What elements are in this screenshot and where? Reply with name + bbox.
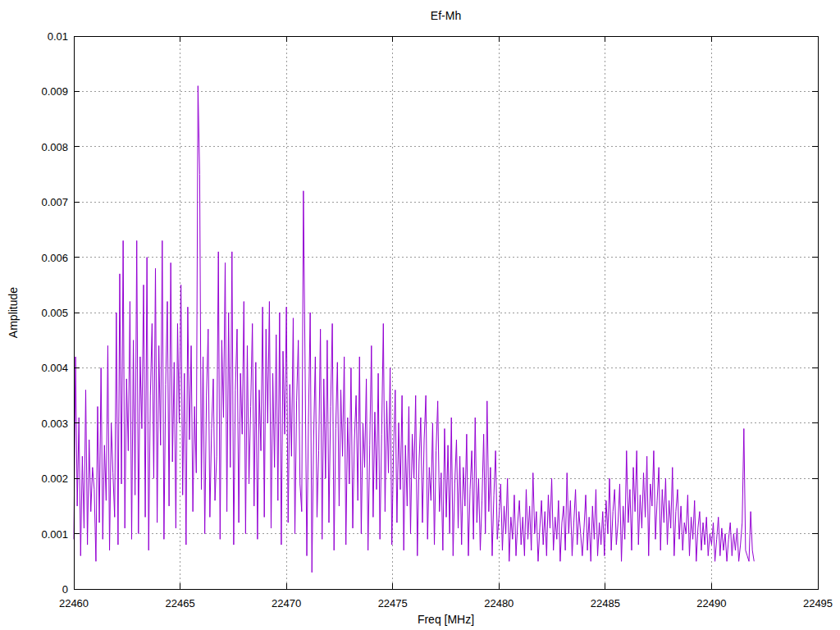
y-tick-label: 0.008 [41, 141, 68, 153]
x-tick-label: 22490 [696, 597, 726, 609]
y-tick-label: 0.005 [41, 307, 68, 319]
x-tick-label: 22460 [59, 597, 89, 609]
y-tick-label: 0 [62, 583, 68, 596]
x-tick-label: 22475 [378, 597, 408, 609]
series-line [74, 86, 754, 573]
x-tick-label: 22465 [165, 597, 194, 609]
x-tick-label: 22470 [272, 597, 301, 609]
plot-area: 2246022465224702247522480224852249022495… [0, 0, 840, 630]
y-tick-label: 0.002 [41, 472, 68, 485]
y-tick-label: 0.007 [41, 196, 68, 208]
y-tick-label: 0.001 [41, 528, 68, 541]
x-tick-label: 22485 [591, 597, 620, 609]
x-tick-label: 22495 [803, 597, 833, 609]
y-tick-label: 0.006 [41, 252, 68, 264]
y-tick-label: 0.01 [48, 30, 68, 43]
chart-window: Ef-Mh Amplitude Freq [MHz] 2246022465224… [0, 0, 840, 630]
y-tick-label: 0.009 [41, 85, 68, 98]
y-tick-label: 0.004 [41, 362, 68, 374]
x-tick-label: 22480 [484, 597, 514, 609]
y-tick-label: 0.003 [41, 418, 68, 430]
